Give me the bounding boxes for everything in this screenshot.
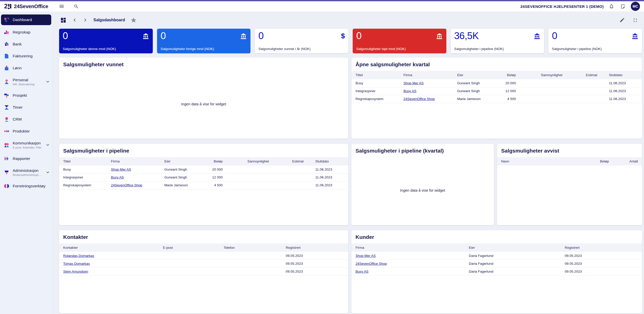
sidebar: Dashboard Regnskap Bank Fakturering Lønn	[0, 11, 53, 314]
bank-icon	[142, 33, 149, 40]
kontakt-link[interactable]: Tomas Domarkas	[63, 262, 90, 266]
sidebar-item-fakturering[interactable]: Fakturering	[0, 50, 53, 62]
back-chevron-icon[interactable]	[71, 16, 78, 24]
sidebar-item-prosjekt[interactable]: Prosjekt	[0, 89, 53, 101]
fakturering-document-icon	[4, 53, 9, 59]
firma-link[interactable]: Busy AS	[111, 175, 124, 179]
column-header: Firma	[399, 71, 453, 79]
sidebar-item-rapporter[interactable]: Rapporter	[0, 153, 53, 164]
column-header: Beløp	[494, 71, 520, 79]
kpi-card-pipeline-2[interactable]: 0 Salgsmuligheter i pipeline (NOK)	[548, 29, 642, 53]
sidebar-item-label: Personal	[13, 78, 42, 82]
table-row: Tomas Domarkas 09.05.2023	[59, 260, 348, 268]
sidebar-item-crm[interactable]: CRM	[0, 113, 53, 125]
sidebar-item-label: Forretningsverktøy	[13, 184, 50, 188]
kontakt-link[interactable]: Rolandas Domarkas	[63, 254, 94, 258]
sidebar-item-label: Timer	[13, 105, 50, 110]
cell-sannsynlighet	[227, 166, 273, 173]
favorite-star-icon[interactable]	[129, 16, 138, 24]
sidebar-item-label: Dashboard	[13, 18, 49, 22]
menu-icon[interactable]	[58, 3, 65, 10]
avatar[interactable]: MC	[631, 2, 640, 11]
firma-link[interactable]: Busy AS	[403, 89, 416, 93]
sidebar-item-personal[interactable]: Personal HR, Rekruttering	[0, 74, 53, 89]
sidebar-item-forretningsverktoy[interactable]: Forretningsverktøy	[0, 180, 53, 192]
fullscreen-icon[interactable]	[632, 16, 639, 24]
sidebar-item-bank[interactable]: Bank	[0, 38, 53, 50]
breadcrumb: Salgsdashboard	[59, 11, 642, 29]
kommunikasjon-icon	[4, 142, 9, 148]
sidebar-item-label: Regnskap	[13, 30, 50, 35]
search-icon[interactable]	[73, 3, 80, 10]
cell-eier: Daria Fagerlund	[465, 268, 561, 275]
cell-tittel: Busy	[351, 79, 399, 87]
kpi-label: Salgsmuligheter vunnet i år (NOK)	[258, 47, 345, 51]
kpi-card-forrige-mnd[interactable]: 0 Salgsmuligheter forrige mnd (NOK)	[157, 29, 251, 53]
kpi-card-denne-mnd[interactable]: 0 Salgsmuligheter denne mnd (NOK)	[59, 29, 153, 53]
sidebar-item-lonn[interactable]: Lønn	[0, 62, 53, 74]
cell-sannsynlighet	[227, 181, 273, 189]
kpi-card-pipeline-1[interactable]: 36,5K Salgsmuligheter i pipeline (NOK)	[451, 29, 544, 53]
firma-link[interactable]: 24SevenOffice Shop	[355, 262, 387, 266]
cell-eier: Marie Jameson	[453, 95, 494, 103]
column-header: Registrert	[561, 243, 642, 252]
kpi-card-vunnet-i-ar[interactable]: 0 $ Salgsmuligheter vunnet i år (NOK)	[255, 29, 348, 53]
firma-link[interactable]: Shop Mer AS	[355, 254, 376, 258]
svg-text:2: 2	[4, 3, 8, 10]
bell-icon[interactable]	[608, 3, 615, 10]
app-logo[interactable]: 2 24SevenOffice	[4, 3, 48, 10]
cell-sannsynlighet	[520, 87, 566, 95]
sidebar-item-administrasjon[interactable]: Administrasjon Brukeradministrasjon, I…	[0, 164, 53, 180]
kpi-card-tapt-mnd[interactable]: 0 Salgsmuligheter tapt mnd (NOK)	[353, 29, 446, 53]
prosjekt-icon	[4, 93, 9, 98]
sidebar-item-kommunikasjon[interactable]: Kommunikasjon E-post, Kalender, Filer	[0, 137, 53, 153]
sidebar-item-regnskap[interactable]: Regnskap	[0, 26, 53, 38]
forward-chevron-icon[interactable]	[82, 16, 89, 24]
sidebar-item-subtitle: Brukeradministrasjon, I…	[13, 173, 42, 176]
sidebar-item-label: Administrasjon	[13, 168, 42, 173]
table-row: Regnskapssystem 24SevenOffice Shop Marie…	[351, 95, 642, 103]
apne-kvartal-table: Tittel Firma Eier Beløp Sannsynlighet Es…	[351, 71, 642, 103]
column-header: Eier	[160, 157, 201, 166]
firma-link[interactable]: Shop Mer AS	[403, 81, 424, 85]
bank-house-icon	[4, 41, 9, 47]
table-row: Stein Amundsen 09.05.2023	[59, 268, 348, 275]
account-name[interactable]: 24SEVENOFFICE HJELPESENTER 1 (DEMO)	[520, 4, 604, 9]
column-header: Eier	[465, 243, 561, 252]
cell-eier: Gurwant Singh	[453, 79, 494, 87]
cell-sluttdato: 11.06.2023	[601, 87, 642, 95]
cell-epost	[159, 260, 219, 268]
sidebar-item-dashboard[interactable]: Dashboard	[1, 14, 51, 25]
dollar-icon: $	[341, 33, 345, 40]
dashboard-icon	[4, 17, 9, 23]
cell-sluttdato: 11.06.2023	[601, 79, 642, 87]
kpi-value: 0	[63, 31, 68, 41]
firma-link[interactable]: 24SevenOffice Shop	[403, 97, 435, 101]
cell-tittel: Regnskapssystem	[59, 181, 107, 189]
lonn-icon	[4, 65, 9, 71]
cell-epost	[159, 268, 219, 275]
sidebar-item-timer[interactable]: Timer	[0, 101, 53, 113]
kpi-label: Salgsmuligheter denne mnd (NOK)	[63, 47, 149, 51]
cell-estimat	[566, 79, 601, 87]
produkter-icon	[4, 128, 9, 134]
cell-registrert: 09.05.2023	[561, 260, 642, 268]
column-header: Firma	[351, 243, 465, 252]
chevron-down-icon	[45, 79, 50, 84]
firma-link[interactable]: 24SevenOffice Shop	[111, 183, 142, 187]
firma-link[interactable]: Shop Mer AS	[111, 168, 131, 171]
cell-eier: Daria Fagerlund	[465, 252, 561, 260]
dashboard-grid-icon[interactable]	[59, 16, 67, 24]
edit-pencil-icon[interactable]	[618, 16, 626, 24]
widget-title: Salgsmuligheter vunnet	[59, 58, 348, 71]
sidebar-item-label: Kommunikasjon	[13, 141, 42, 145]
sidebar-item-label: Prosjekt	[13, 93, 50, 98]
note-icon[interactable]	[619, 3, 627, 10]
cell-eier: Gurwant Singh	[160, 166, 201, 173]
cell-tittel: Integrasjoner	[351, 87, 399, 95]
widget-salgsmuligheter-avvist: Salgsmuligheter avvist Navn Beløp Antall	[497, 144, 642, 225]
firma-link[interactable]: Busy AS	[355, 270, 368, 273]
cell-eier: Gurwant Singh	[160, 173, 201, 181]
sidebar-item-produkter[interactable]: Produkter	[0, 125, 53, 137]
kontakt-link[interactable]: Stein Amundsen	[63, 270, 88, 273]
